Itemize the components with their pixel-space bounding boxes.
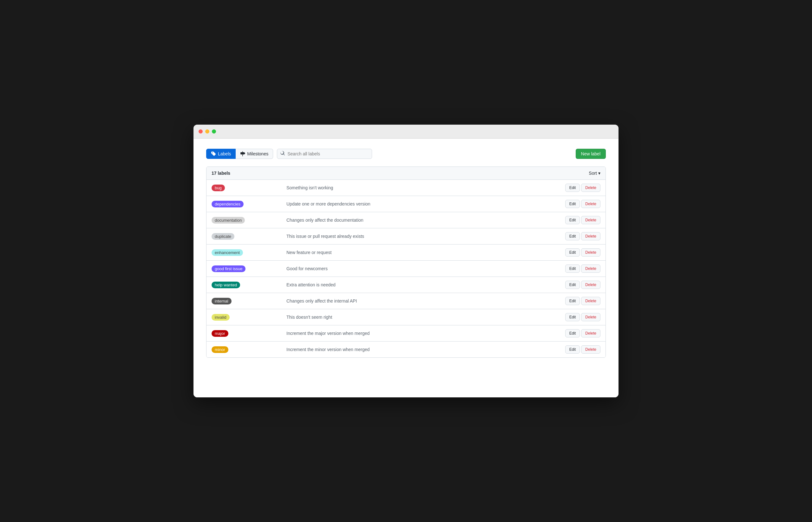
label-actions: Edit Delete	[565, 216, 600, 224]
label-row: internal Changes only affect the interna…	[206, 293, 606, 309]
label-description: Update one or more dependencies version	[281, 201, 565, 206]
label-badge: duplicate	[212, 233, 234, 240]
label-actions: Edit Delete	[565, 297, 600, 305]
search-wrapper	[277, 149, 372, 159]
label-row: duplicate This issue or pull request alr…	[206, 228, 606, 244]
label-row: documentation Changes only affect the do…	[206, 212, 606, 228]
main-content: Labels Milestones New label	[194, 139, 618, 397]
titlebar	[194, 125, 618, 139]
delete-button[interactable]: Delete	[581, 248, 600, 257]
label-description: This issue or pull request already exist…	[281, 234, 565, 239]
label-cell: bug	[212, 185, 281, 191]
label-badge: documentation	[212, 217, 245, 224]
delete-button[interactable]: Delete	[581, 281, 600, 289]
label-badge: enhancement	[212, 249, 243, 256]
labels-table-header: 17 labels Sort ▾	[206, 167, 606, 180]
label-cell: internal	[212, 298, 281, 304]
edit-button[interactable]: Edit	[565, 184, 580, 192]
edit-button[interactable]: Edit	[565, 329, 580, 337]
search-input[interactable]	[277, 149, 372, 159]
label-description: Something isn't working	[281, 185, 565, 190]
label-row: major Increment the major version when m…	[206, 325, 606, 342]
edit-button[interactable]: Edit	[565, 232, 580, 240]
delete-button[interactable]: Delete	[581, 216, 600, 224]
labels-tab-button[interactable]: Labels	[206, 149, 236, 159]
main-window: Labels Milestones New label	[194, 125, 618, 397]
label-cell: minor	[212, 346, 281, 353]
minimize-button[interactable]	[205, 129, 209, 134]
edit-button[interactable]: Edit	[565, 281, 580, 289]
delete-button[interactable]: Delete	[581, 329, 600, 337]
label-badge: dependencies	[212, 201, 243, 207]
edit-button[interactable]: Edit	[565, 345, 580, 354]
label-actions: Edit Delete	[565, 313, 600, 321]
edit-button[interactable]: Edit	[565, 200, 580, 208]
sort-button[interactable]: Sort ▾	[589, 170, 600, 176]
label-description: Increment the major version when merged	[281, 331, 565, 336]
label-cell: invalid	[212, 314, 281, 321]
toolbar: Labels Milestones New label	[206, 149, 606, 159]
label-badge: bug	[212, 185, 225, 191]
label-row: minor Increment the minor version when m…	[206, 342, 606, 357]
label-cell: major	[212, 330, 281, 337]
label-row: invalid This doesn't seem right Edit Del…	[206, 309, 606, 325]
edit-button[interactable]: Edit	[565, 313, 580, 321]
maximize-button[interactable]	[212, 129, 216, 134]
label-row: dependencies Update one or more dependen…	[206, 196, 606, 212]
label-description: Changes only affect the internal API	[281, 298, 565, 303]
milestones-icon	[240, 151, 245, 156]
sort-arrow-icon: ▾	[598, 170, 600, 176]
delete-button[interactable]: Delete	[581, 184, 600, 192]
label-cell: good first issue	[212, 265, 281, 272]
label-badge: internal	[212, 298, 232, 304]
label-actions: Edit Delete	[565, 264, 600, 273]
new-label-button[interactable]: New label	[576, 149, 606, 159]
label-actions: Edit Delete	[565, 232, 600, 240]
labels-count: 17 labels	[212, 170, 230, 176]
labels-tab-label: Labels	[218, 151, 231, 156]
label-cell: duplicate	[212, 233, 281, 240]
label-actions: Edit Delete	[565, 200, 600, 208]
milestones-tab-button[interactable]: Milestones	[236, 149, 273, 159]
delete-button[interactable]: Delete	[581, 345, 600, 354]
close-button[interactable]	[199, 129, 203, 134]
label-badge: minor	[212, 346, 229, 353]
delete-button[interactable]: Delete	[581, 297, 600, 305]
label-row: help wanted Extra attention is needed Ed…	[206, 277, 606, 293]
labels-table: 17 labels Sort ▾ bug Something isn't wor…	[206, 166, 606, 358]
label-row: enhancement New feature or request Edit …	[206, 244, 606, 261]
label-actions: Edit Delete	[565, 281, 600, 289]
label-actions: Edit Delete	[565, 329, 600, 337]
label-badge: invalid	[212, 314, 230, 321]
delete-button[interactable]: Delete	[581, 232, 600, 240]
milestones-tab-label: Milestones	[247, 151, 268, 156]
label-row: good first issue Good for newcomers Edit…	[206, 261, 606, 277]
label-description: Good for newcomers	[281, 266, 565, 271]
label-description: New feature or request	[281, 250, 565, 255]
label-actions: Edit Delete	[565, 345, 600, 354]
label-cell: documentation	[212, 217, 281, 224]
label-cell: dependencies	[212, 201, 281, 207]
labels-tab-icon	[211, 151, 216, 156]
delete-button[interactable]: Delete	[581, 200, 600, 208]
label-badge: good first issue	[212, 265, 245, 272]
label-cell: enhancement	[212, 249, 281, 256]
delete-button[interactable]: Delete	[581, 313, 600, 321]
label-row: bug Something isn't working Edit Delete	[206, 180, 606, 196]
label-badge: major	[212, 330, 229, 337]
label-description: This doesn't seem right	[281, 315, 565, 320]
label-badge: help wanted	[212, 282, 240, 288]
edit-button[interactable]: Edit	[565, 264, 580, 273]
edit-button[interactable]: Edit	[565, 248, 580, 257]
label-actions: Edit Delete	[565, 184, 600, 192]
delete-button[interactable]: Delete	[581, 264, 600, 273]
label-rows-container: bug Something isn't working Edit Delete …	[206, 180, 606, 357]
edit-button[interactable]: Edit	[565, 297, 580, 305]
label-cell: help wanted	[212, 282, 281, 288]
label-description: Increment the minor version when merged	[281, 347, 565, 352]
label-description: Changes only affect the documentation	[281, 218, 565, 223]
edit-button[interactable]: Edit	[565, 216, 580, 224]
label-description: Extra attention is needed	[281, 282, 565, 287]
label-actions: Edit Delete	[565, 248, 600, 257]
